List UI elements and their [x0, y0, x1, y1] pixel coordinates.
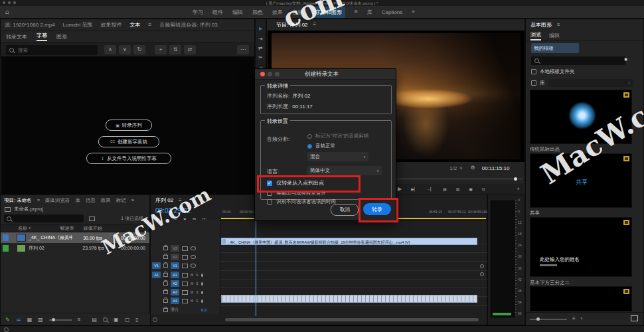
video-clip-v1[interactable]: _4K_ CHINA《最美中国》超清_数百名8KRAW摄影师联合拍摄_19分钟带…: [221, 238, 477, 245]
lock-icon[interactable]: [163, 264, 168, 268]
lock-icon[interactable]: [163, 246, 168, 250]
libraries-tab[interactable]: 库: [75, 197, 80, 204]
list-view-icon[interactable]: ≔: [16, 317, 21, 323]
selection-tool-icon[interactable]: ➤: [257, 25, 264, 31]
media-browser-tab[interactable]: 媒体浏览器: [45, 197, 70, 204]
workspace-overflow-icon[interactable]: »: [412, 9, 414, 15]
project-tab[interactable]: 项目: 未命名: [4, 197, 32, 204]
trash-icon[interactable]: ▯: [135, 317, 138, 323]
traffic-light-close-icon[interactable]: [3, 1, 5, 4]
effects-tab[interactable]: 效果: [101, 197, 111, 204]
template-thumbnail-2[interactable]: 共享: [530, 153, 632, 208]
lock-icon[interactable]: [163, 273, 168, 277]
play-in-out-button[interactable]: ▶▏: [411, 187, 417, 191]
essential-graphics-tab[interactable]: 基本图形: [530, 21, 552, 29]
solo-button[interactable]: S: [196, 290, 198, 294]
work-area-bar[interactable]: [221, 218, 256, 219]
toggle-visibility-eye-icon[interactable]: [191, 246, 196, 250]
timeline-playhead[interactable]: [256, 208, 256, 316]
timeline-panel-menu-icon[interactable]: ≡: [179, 198, 182, 203]
zoom-chevron-icon[interactable]: ∨: [459, 166, 462, 170]
eg-search-input[interactable]: [531, 56, 625, 65]
column-mediastart[interactable]: 媒体开始: [84, 225, 102, 232]
track-header-v2[interactable]: V2: [152, 254, 196, 260]
local-templates-checkbox[interactable]: 本地模板文件夹: [531, 68, 575, 75]
project-row-clip[interactable]: _4K_ CHINA《最美中国》 30.00 fps 00:00:00:00: [1, 232, 149, 243]
subtab-captions[interactable]: 字幕: [37, 32, 47, 41]
captions-search-input[interactable]: [6, 45, 98, 55]
workspace-tab-color[interactable]: 颜色: [252, 9, 263, 16]
lock-icon[interactable]: [163, 282, 168, 286]
workspace-menu-icon[interactable]: ≡: [355, 9, 358, 15]
project-search-input[interactable]: [4, 214, 84, 222]
tab-text[interactable]: 文本: [130, 21, 141, 29]
track-header-a1[interactable]: A1A1MS: [152, 272, 203, 278]
razor-tool-icon[interactable]: ✂: [258, 55, 263, 60]
track-header-a4[interactable]: A4MS: [152, 297, 203, 304]
mix-db-value[interactable]: 0.0: [201, 308, 206, 312]
icon-view-icon[interactable]: ▦: [27, 317, 33, 323]
workspace-tab-effects[interactable]: 效果: [272, 9, 283, 16]
add-caption-button[interactable]: +: [155, 45, 167, 54]
track-scroll-dot[interactable]: [480, 272, 484, 276]
toggle-visibility-eye-icon[interactable]: [191, 264, 196, 268]
voiceover-mic-icon[interactable]: [201, 282, 203, 286]
lock-icon[interactable]: [163, 290, 168, 294]
zoom-slider[interactable]: [49, 319, 72, 321]
workspace-tab-learn[interactable]: 学习: [193, 9, 203, 16]
workspace-tab-assembly[interactable]: 组件: [212, 9, 223, 16]
track-header-a2[interactable]: A2MS: [152, 280, 203, 287]
mute-button[interactable]: M: [191, 299, 193, 303]
home-icon[interactable]: ⌂: [5, 9, 9, 15]
workspace-tab-audio[interactable]: 音频: [292, 9, 303, 16]
tab-audio-clip-mixer[interactable]: 音频剪辑混合器: 序列 03: [159, 21, 218, 29]
sync-lock-icon[interactable]: [182, 290, 188, 295]
replace-button[interactable]: ↻: [133, 45, 145, 54]
radio-audio-on-track[interactable]: 音轨正常: [307, 143, 335, 149]
eg-tab-browse[interactable]: 浏览: [530, 31, 541, 41]
automate-to-sequence-icon[interactable]: ▤: [92, 317, 98, 323]
libraries-checkbox[interactable]: 库 ∨: [531, 79, 633, 87]
speaker-separation-checkbox[interactable]: 识别不同说话者说话的时间: [267, 199, 336, 205]
mute-button[interactable]: M: [191, 290, 193, 294]
project-row-sequence[interactable]: 序列 02 23.976 fps 00:00:00:00: [1, 243, 149, 253]
label-color-chip[interactable]: [3, 234, 9, 241]
solo-button[interactable]: S: [196, 282, 198, 286]
libraries-select[interactable]: ∨: [548, 79, 633, 87]
lock-icon[interactable]: [163, 299, 168, 303]
new-bin-icon[interactable]: ▣: [114, 317, 119, 323]
traffic-light-min-icon[interactable]: [8, 1, 11, 4]
workspace-tab-libraries[interactable]: 库: [367, 9, 372, 16]
column-framerate[interactable]: 帧速率: [60, 225, 74, 232]
comparison-view-button[interactable]: ⧉: [482, 187, 485, 191]
sync-lock-icon[interactable]: [182, 282, 188, 286]
audio-clip-a1[interactable]: [221, 295, 477, 303]
create-caption-track-button[interactable]: CC创建新字幕轨: [98, 136, 159, 147]
sort-list-icon[interactable]: ≡: [572, 316, 576, 321]
zoom-level-select[interactable]: 1/2: [449, 165, 457, 171]
step-forward-button[interactable]: →▏: [426, 187, 434, 191]
workspace-tab-captions[interactable]: Captions: [382, 9, 403, 15]
my-templates-select[interactable]: 我的模板: [531, 43, 579, 53]
prev-caption-button[interactable]: ∧: [104, 45, 116, 54]
find-icon[interactable]: [103, 317, 108, 322]
mute-button[interactable]: M: [191, 273, 193, 277]
sync-lock-icon[interactable]: [182, 264, 188, 268]
info-tab[interactable]: 信息: [86, 197, 96, 204]
install-mogrt-icon[interactable]: [631, 315, 638, 321]
program-monitor-tab[interactable]: 节目: 序列 02: [276, 21, 308, 29]
writable-pencil-icon[interactable]: ✎: [5, 317, 10, 323]
sync-lock-icon[interactable]: [182, 255, 188, 260]
panel-menu-icon[interactable]: ≡: [149, 23, 152, 28]
mute-button[interactable]: M: [191, 282, 193, 286]
column-name[interactable]: 名称: [18, 225, 27, 232]
lock-icon[interactable]: [163, 255, 168, 259]
template-thumbnail-1[interactable]: [530, 90, 632, 144]
panel-overflow-icon[interactable]: »: [131, 198, 134, 203]
lock-icon[interactable]: [163, 308, 168, 312]
extract-button[interactable]: ▥: [456, 187, 460, 191]
workspace-tab-captions-graphics[interactable]: 字幕和图形: [312, 7, 345, 18]
traffic-light-max-icon[interactable]: [13, 1, 16, 4]
voiceover-mic-icon[interactable]: [201, 299, 203, 303]
solo-button[interactable]: S: [196, 299, 198, 303]
